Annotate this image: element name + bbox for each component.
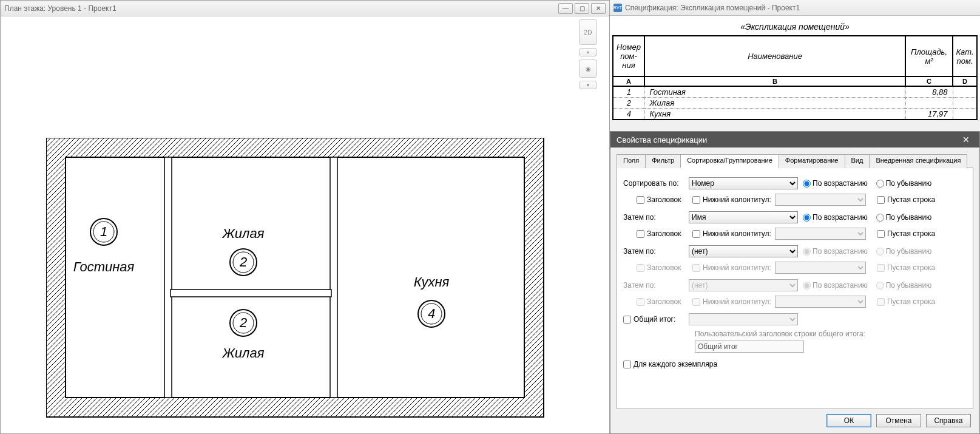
cell-num[interactable]: 2 — [613, 98, 644, 109]
cancel-button[interactable]: Отмена — [876, 414, 921, 427]
tab-fields[interactable]: Поля — [617, 154, 646, 168]
schedule-table-wrap: «Экспликация помещений» Номер пом-ния На… — [610, 16, 980, 120]
cell-num[interactable]: 1 — [613, 86, 644, 98]
view-cube-icon[interactable]: 2D — [579, 19, 597, 45]
sort3-desc-radio: По убыванию — [876, 247, 932, 256]
tab-filter[interactable]: Фильтр — [645, 154, 681, 168]
sort3-label: Затем по: — [623, 247, 689, 256]
rvt-file-icon: RVT — [613, 4, 622, 12]
cell-area[interactable]: 17,97 — [905, 109, 953, 120]
sort4-desc-radio: По убыванию — [876, 281, 932, 290]
grand-total-select — [689, 313, 798, 325]
close-button[interactable]: ✕ — [591, 3, 606, 14]
help-button[interactable]: Справка — [926, 414, 971, 427]
sort2-blank-check[interactable]: Пустая строка — [877, 229, 935, 238]
sort3-blank-check: Пустая строка — [877, 263, 935, 272]
room-4-number: 4 — [428, 306, 435, 321]
room-2a-number: 2 — [239, 254, 247, 270]
sort3-header-check: Заголовок — [637, 263, 689, 272]
sort4-header-check: Заголовок — [637, 297, 689, 306]
sort4-asc-radio: По возрастанию — [803, 281, 868, 290]
dialog-title: Свойства спецификации — [617, 135, 707, 144]
sort2-footer-select — [775, 228, 866, 240]
grand-total-hint: Пользовательский заголовок строки общего… — [695, 330, 967, 338]
ok-button[interactable]: ОК — [826, 414, 871, 427]
floorplan-titlebar: План этажа: Уровень 1 - Проект1 — ▢ ✕ — [1, 1, 609, 16]
sort2-asc-radio[interactable]: По возрастанию — [803, 213, 868, 222]
room-1-number: 1 — [100, 224, 107, 239]
tab-sorting[interactable]: Сортировка/Группирование — [680, 154, 779, 168]
svg-rect-4 — [171, 290, 331, 297]
sort1-footer-select — [775, 194, 866, 206]
cell-name[interactable]: Жилая — [644, 98, 905, 109]
cell-area[interactable] — [905, 98, 953, 109]
sort2-label: Затем по: — [623, 213, 689, 222]
cell-num[interactable]: 4 — [613, 109, 644, 120]
sort2-field-select[interactable]: Имя — [689, 211, 798, 223]
cell-area[interactable]: 8,88 — [905, 86, 953, 98]
room-2b-number: 2 — [239, 315, 247, 330]
col-letter-c[interactable]: C — [905, 76, 953, 86]
sort3-footer-check: Нижний колонтитул: — [692, 263, 771, 272]
sort3-field-select[interactable]: (нет) — [689, 245, 798, 257]
grand-total-title-input — [695, 341, 804, 353]
steering-wheel-icon[interactable]: ◉ — [579, 59, 597, 78]
minimize-button[interactable]: — — [558, 3, 573, 14]
cell-cat[interactable] — [953, 86, 977, 98]
tab-view[interactable]: Вид — [845, 154, 870, 168]
view-nav-widget: 2D ▾ ◉ ▾ — [579, 19, 598, 92]
cell-name[interactable]: Кухня — [644, 109, 905, 120]
sort1-asc-radio[interactable]: По возрастанию — [803, 179, 868, 188]
sort1-label: Сортировать по: — [623, 179, 689, 188]
sort4-footer-check: Нижний колонтитул: — [692, 297, 771, 306]
tab-formatting[interactable]: Форматирование — [779, 154, 845, 168]
dialog-close-button[interactable]: ✕ — [959, 134, 973, 146]
sort4-field-select: (нет) — [689, 279, 798, 291]
th-num: Номер пом-ния — [613, 36, 644, 76]
schedule-table-title: «Экспликация помещений» — [612, 18, 978, 35]
sort2-footer-check[interactable]: Нижний колонтитул: — [692, 229, 771, 238]
sort3-asc-radio: По возрастанию — [803, 247, 868, 256]
sort2-desc-radio[interactable]: По убыванию — [876, 213, 932, 222]
steering-wheel-dropdown-icon[interactable]: ▾ — [579, 81, 597, 89]
right-pane: RVT Спецификация: Экспликация помещений … — [610, 0, 980, 434]
svg-rect-2 — [164, 157, 172, 398]
room-2b-name: Жилая — [222, 345, 265, 361]
sort1-desc-radio[interactable]: По убыванию — [876, 179, 932, 188]
th-name: Наименование — [644, 36, 905, 76]
col-letter-a[interactable]: A — [613, 76, 644, 86]
schedule-table[interactable]: Номер пом-ния Наименование Площадь, м² К… — [612, 35, 978, 120]
room-2a-name: Жилая — [222, 226, 265, 241]
sort1-header-check[interactable]: Заголовок — [637, 195, 689, 204]
dialog-tabs: Поля Фильтр Сортировка/Группирование Фор… — [617, 154, 973, 168]
cell-cat[interactable] — [953, 109, 977, 120]
th-cat: Кат. пом. — [953, 36, 977, 76]
per-instance-check[interactable]: Для каждого экземпляра — [623, 360, 717, 368]
svg-rect-1 — [66, 157, 524, 398]
sort1-footer-check[interactable]: Нижний колонтитул: — [692, 195, 771, 204]
grand-total-check[interactable]: Общий итог: — [623, 315, 689, 324]
schedule-properties-dialog: Свойства спецификации ✕ Поля Фильтр Сорт… — [610, 131, 980, 434]
sort2-header-check[interactable]: Заголовок — [637, 229, 689, 238]
maximize-button[interactable]: ▢ — [575, 3, 589, 14]
col-letter-b[interactable]: B — [644, 76, 905, 86]
schedule-title: Спецификация: Экспликация помещений - Пр… — [625, 4, 800, 12]
th-area: Площадь, м² — [905, 36, 953, 76]
room-1-name: Гостиная — [73, 259, 135, 274]
sort4-label: Затем по: — [623, 281, 689, 290]
sort4-blank-check: Пустая строка — [877, 297, 935, 306]
sort1-field-select[interactable]: Номер — [689, 177, 798, 189]
sort4-footer-select — [775, 296, 866, 308]
tab-embedded[interactable]: Внедренная спецификация — [869, 154, 967, 168]
room-4-name: Кухня — [414, 274, 450, 290]
col-letter-d[interactable]: D — [953, 76, 977, 86]
floor-plan-svg: 1 Гостиная Жилая 2 2 Жилая Кухня 4 — [46, 138, 550, 429]
drawing-canvas[interactable]: 2D ▾ ◉ ▾ 1 Гостиная — [1, 16, 609, 433]
floorplan-window: План этажа: Уровень 1 - Проект1 — ▢ ✕ 2D… — [0, 0, 610, 434]
sort1-blank-check[interactable]: Пустая строка — [877, 195, 935, 204]
cell-name[interactable]: Гостиная — [644, 86, 905, 98]
floorplan-title: План этажа: Уровень 1 - Проект1 — [4, 4, 117, 13]
cell-cat[interactable] — [953, 98, 977, 109]
view-nav-dropdown-icon[interactable]: ▾ — [579, 48, 597, 56]
dialog-titlebar: Свойства спецификации ✕ — [610, 132, 979, 147]
